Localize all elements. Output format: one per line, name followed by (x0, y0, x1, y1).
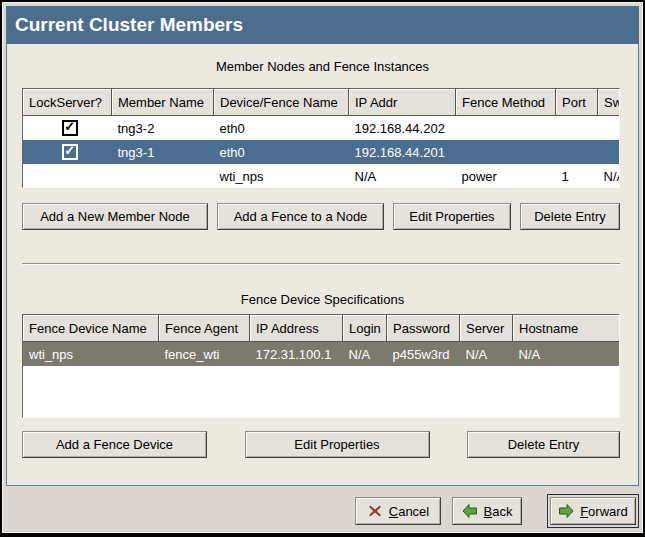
cell-switch (598, 140, 621, 164)
forward-button[interactable]: Forward (550, 497, 636, 525)
member-table-row[interactable]: tng3-2 eth0 192.168.44.202 (23, 116, 620, 141)
cell-switch: N/A (598, 164, 621, 188)
cell-ip-addr: 192.168.44.202 (349, 116, 456, 141)
arrow-left-icon (462, 503, 478, 519)
page-title: Current Cluster Members (6, 6, 639, 44)
cancel-x-icon (367, 503, 383, 519)
back-button-label: Back (484, 504, 513, 519)
column-header-fence-device-name[interactable]: Fence Device Name (23, 315, 159, 342)
cell-member-name (112, 164, 214, 188)
edit-properties-button[interactable]: Edit Properties (393, 203, 511, 230)
forward-button-label: Forward (580, 504, 628, 519)
arrow-right-icon (558, 503, 574, 519)
add-fence-to-node-button[interactable]: Add a Fence to a Node (217, 203, 384, 230)
column-header-ip-addr[interactable]: IP Addr (349, 89, 456, 116)
column-header-login[interactable]: Login (343, 315, 387, 342)
forward-button-default-ring: Forward (547, 494, 639, 528)
section-separator (22, 263, 620, 265)
delete-entry-button[interactable]: Delete Entry (520, 203, 620, 230)
cell-login: N/A (343, 342, 387, 367)
cell-device-fence-name: eth0 (214, 140, 349, 164)
lockserver-checkbox[interactable] (62, 144, 78, 160)
column-header-member-name[interactable]: Member Name (112, 89, 214, 116)
column-header-server[interactable]: Server (460, 315, 513, 342)
add-fence-device-button[interactable]: Add a Fence Device (22, 431, 207, 458)
fence-table-header-row: Fence Device Name Fence Agent IP Address… (23, 315, 620, 342)
column-header-device-fence-name[interactable]: Device/Fence Name (214, 89, 349, 116)
delete-entry-button[interactable]: Delete Entry (467, 431, 620, 458)
cell-server: N/A (460, 342, 513, 367)
cell-password: p455w3rd (387, 342, 460, 367)
wizard-window: Current Cluster Members Member Nodes and… (2, 2, 643, 533)
column-header-port[interactable]: Port (556, 89, 598, 116)
member-table-row[interactable]: wti_nps N/A power 1 N/A (23, 164, 620, 188)
screen: { "window": { "title": "Current Cluster … (0, 0, 645, 537)
fence-button-row: Add a Fence Device Edit Properties Delet… (22, 431, 620, 458)
cell-fence-method (456, 116, 556, 141)
column-header-password[interactable]: Password (387, 315, 460, 342)
cell-ip-addr: 192.168.44.201 (349, 140, 456, 164)
column-header-hostname[interactable]: Hostname (513, 315, 621, 342)
content-panel: Member Nodes and Fence Instances LockSer… (6, 44, 639, 486)
cell-port (556, 116, 598, 141)
member-table-caption: Member Nodes and Fence Instances (7, 59, 638, 74)
member-nodes-table: LockServer? Member Name Device/Fence Nam… (22, 88, 620, 188)
cancel-button-label: Cancel (389, 504, 429, 519)
back-button-slot: Back (452, 497, 522, 525)
cell-fence-device-name: wti_nps (23, 342, 159, 367)
cell-hostname: N/A (513, 342, 621, 367)
cell-member-name: tng3-2 (112, 116, 214, 141)
fence-devices-table: Fence Device Name Fence Agent IP Address… (22, 314, 620, 418)
column-header-switch[interactable]: Switch (598, 89, 621, 116)
cancel-button[interactable]: Cancel (355, 497, 441, 525)
edit-properties-button[interactable]: Edit Properties (245, 431, 430, 458)
fence-table-row-selected[interactable]: wti_nps fence_wti 172.31.100.1 N/A p455w… (23, 342, 620, 367)
member-table-row-selected[interactable]: tng3-1 eth0 192.168.44.201 (23, 140, 620, 164)
column-header-fence-method[interactable]: Fence Method (456, 89, 556, 116)
cell-device-fence-name: wti_nps (214, 164, 349, 188)
column-header-fence-agent[interactable]: Fence Agent (159, 315, 250, 342)
lockserver-checkbox[interactable] (62, 120, 78, 136)
cell-port: 1 (556, 164, 598, 188)
cell-ip-addr: N/A (349, 164, 456, 188)
member-table-header-row: LockServer? Member Name Device/Fence Nam… (23, 89, 620, 116)
cell-device-fence-name: eth0 (214, 116, 349, 141)
cell-fence-method: power (456, 164, 556, 188)
cell-fence-agent: fence_wti (159, 342, 250, 367)
cell-ip-address: 172.31.100.1 (250, 342, 343, 367)
add-member-node-button[interactable]: Add a New Member Node (22, 203, 208, 230)
cancel-button-slot: Cancel (355, 497, 441, 525)
cell-switch (598, 116, 621, 141)
cell-member-name: tng3-1 (112, 140, 214, 164)
cell-fence-method (456, 140, 556, 164)
page-title-text: Current Cluster Members (15, 14, 243, 35)
column-header-ip-address[interactable]: IP Address (250, 315, 343, 342)
back-button[interactable]: Back (452, 497, 522, 525)
fence-table-caption: Fence Device Specifications (7, 292, 638, 307)
member-button-row: Add a New Member Node Add a Fence to a N… (22, 203, 620, 230)
cell-port (556, 140, 598, 164)
column-header-lockserver[interactable]: LockServer? (23, 89, 112, 116)
